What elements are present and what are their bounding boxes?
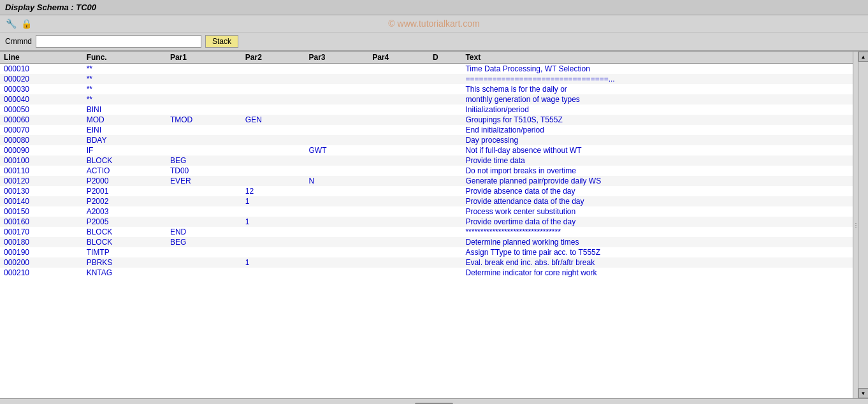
table-row[interactable]: 000130P200112Provide absence data of the… <box>0 186 853 196</box>
table-row[interactable]: 000010**Time Data Processing, WT Selecti… <box>0 64 853 75</box>
table-row[interactable]: 000020**================================… <box>0 74 853 84</box>
col-header-par2: Par2 <box>242 52 305 64</box>
table-row[interactable]: 000090IFGWTNot if full-day absence witho… <box>0 145 853 155</box>
content-area[interactable]: Line Func. Par1 Par2 Par3 Par4 D Text 00… <box>0 52 853 398</box>
table-row[interactable]: 000120P2000EVERNGenerate planned pair/pr… <box>0 176 853 186</box>
table-row[interactable]: 000110ACTIOTD00Do not import breaks in o… <box>0 166 853 176</box>
col-header-par1: Par1 <box>166 52 242 64</box>
col-header-par4: Par4 <box>368 52 429 64</box>
resize-handle[interactable]: ⋮ <box>853 52 858 398</box>
tool-icon-2[interactable]: 🔒 <box>20 18 32 29</box>
table-row[interactable]: 000050BINIInitialization/period <box>0 105 853 115</box>
toolbar: 🔧 🔒 © www.tutorialkart.com <box>0 15 868 32</box>
col-header-d: D <box>429 52 462 64</box>
main-area: Line Func. Par1 Par2 Par3 Par4 D Text 00… <box>0 52 868 398</box>
title-text: Display Schema : TC00 <box>5 3 96 12</box>
table-row[interactable]: 000070EINIEnd initialization/period <box>0 125 853 135</box>
command-bar: Cmmnd Stack <box>0 32 868 52</box>
schema-table: Line Func. Par1 Par2 Par3 Par4 D Text 00… <box>0 52 853 278</box>
command-label: Cmmnd <box>5 37 32 46</box>
col-header-func: Func. <box>83 52 166 64</box>
col-header-text: Text <box>461 52 853 64</box>
col-header-par3: Par3 <box>305 52 369 64</box>
table-row[interactable]: 000210KNTAGDetermine indicator for core … <box>0 268 853 278</box>
scroll-up-arrow[interactable]: ▲ <box>858 52 869 62</box>
scroll-down-arrow[interactable]: ▼ <box>858 388 869 398</box>
table-row[interactable]: 000200PBRKS1Eval. break end inc. abs. bf… <box>0 257 853 268</box>
scrollbar-right[interactable]: ▲ ▼ <box>858 52 868 398</box>
table-row[interactable]: 000140P20021Provide attendance data of t… <box>0 196 853 206</box>
bottom-bar <box>0 398 868 404</box>
command-input[interactable] <box>36 35 201 48</box>
col-header-line: Line <box>0 52 83 64</box>
stack-button[interactable]: Stack <box>205 35 238 48</box>
table-row[interactable]: 000100BLOCKBEGProvide time data <box>0 155 853 166</box>
table-row[interactable]: 000030**This schema is for the daily or <box>0 84 853 94</box>
table-row[interactable]: 000060MODTMODGENGroupings for T510S, T55… <box>0 115 853 125</box>
table-row[interactable]: 000080BDAYDay processing <box>0 135 853 145</box>
table-row[interactable]: 000160P20051Provide overtime data of the… <box>0 217 853 227</box>
table-row[interactable]: 000180BLOCKBEGDetermine planned working … <box>0 237 853 247</box>
watermark: © www.tutorialkart.com <box>388 18 479 29</box>
table-header-row: Line Func. Par1 Par2 Par3 Par4 D Text <box>0 52 853 64</box>
title-bar: Display Schema : TC00 <box>0 0 868 15</box>
table-row[interactable]: 000170BLOCKEND**************************… <box>0 227 853 237</box>
table-row[interactable]: 000190TIMTPAssign TType to time pair acc… <box>0 247 853 257</box>
table-row[interactable]: 000040**monthly generation of wage types <box>0 94 853 105</box>
table-row[interactable]: 000150A2003Process work center substitut… <box>0 206 853 217</box>
tool-icon-1[interactable]: 🔧 <box>5 18 17 29</box>
